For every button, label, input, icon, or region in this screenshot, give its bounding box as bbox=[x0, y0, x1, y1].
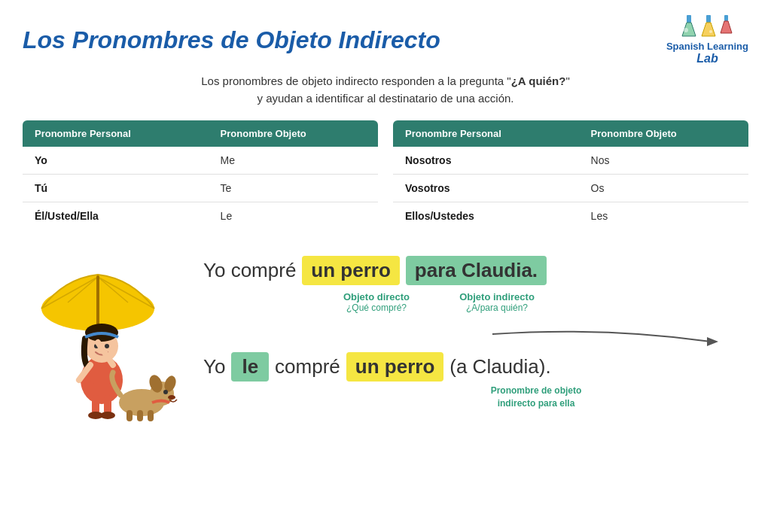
logo-icons bbox=[681, 15, 733, 39]
table-row: Él/Usted/EllaLe bbox=[23, 202, 378, 230]
table1-header-objeto: Pronombre Objeto bbox=[209, 120, 378, 147]
table1-personal-cell: Tú bbox=[23, 175, 209, 202]
sentence1-before: Yo compré bbox=[203, 259, 296, 282]
arrow-row bbox=[203, 327, 748, 349]
table-row: VosotrosOs bbox=[393, 175, 748, 202]
pronombre-label-line2: indirecto para ella bbox=[324, 397, 748, 410]
table2-personal-cell: Nosotros bbox=[393, 147, 579, 175]
table2-header-personal: Pronombre Personal bbox=[393, 120, 579, 147]
table1-personal-cell: Yo bbox=[23, 147, 209, 175]
flask1-icon bbox=[681, 15, 697, 39]
labels-row: Objeto directo ¿Qué compré? Objeto indir… bbox=[324, 291, 748, 313]
table1: Pronombre Personal Pronombre Objeto YoMe… bbox=[23, 120, 378, 230]
table2-objeto-cell: Nos bbox=[579, 147, 748, 175]
pronombre-label: Pronombre de objeto indirecto para ella bbox=[324, 385, 748, 410]
flask3-icon bbox=[720, 15, 733, 36]
subtitle-part1: Los pronombres de objeto indirecto respo… bbox=[201, 74, 510, 87]
example-section: Yo compré un perro para Claudia. Objeto … bbox=[23, 248, 748, 424]
subtitle-part2: " bbox=[565, 74, 569, 87]
sentence1-direct: un perro bbox=[302, 256, 399, 285]
logo-text-line2: Lab bbox=[696, 52, 718, 65]
logo-text-line1: Spanish Learning bbox=[666, 41, 748, 52]
label-direct-title: Objeto directo bbox=[324, 291, 429, 302]
svg-rect-8 bbox=[724, 15, 728, 21]
arrow-icon bbox=[485, 327, 726, 349]
logo: Spanish Learning Lab bbox=[666, 15, 748, 65]
svg-point-28 bbox=[100, 412, 115, 419]
illustration bbox=[23, 248, 188, 424]
sentence1: Yo compré un perro para Claudia. bbox=[203, 256, 748, 285]
svg-rect-0 bbox=[687, 15, 691, 23]
table-row: Ellos/UstedesLes bbox=[393, 202, 748, 230]
svg-rect-26 bbox=[104, 395, 111, 414]
subtitle-highlight: ¿A quién? bbox=[511, 74, 566, 87]
svg-rect-4 bbox=[706, 15, 711, 23]
page-title: Los Pronombres de Objeto Indirecto bbox=[23, 26, 440, 54]
table2-objeto-cell: Les bbox=[579, 202, 748, 230]
label-indirect: Objeto indirecto ¿A/para quién? bbox=[429, 291, 565, 313]
table1-objeto-cell: Me bbox=[209, 147, 378, 175]
table1-personal-cell: Él/Usted/Ella bbox=[23, 202, 209, 230]
sentence2-pronombre: le bbox=[231, 352, 269, 382]
sentence2: Yo le compré un perro (a Claudia). bbox=[203, 352, 748, 382]
svg-marker-38 bbox=[707, 337, 718, 346]
girl-with-umbrella-illustration bbox=[23, 248, 188, 421]
table-row: NosotrosNos bbox=[393, 147, 748, 175]
svg-point-3 bbox=[684, 28, 688, 32]
flask2-icon bbox=[700, 15, 717, 39]
svg-rect-35 bbox=[126, 410, 133, 421]
svg-point-22 bbox=[105, 344, 109, 348]
table-row: YoMe bbox=[23, 147, 378, 175]
svg-rect-37 bbox=[148, 410, 154, 421]
subtitle-part3: y ayudan a identificar al destinatario d… bbox=[257, 92, 513, 105]
label-direct-sub: ¿Qué compré? bbox=[324, 302, 429, 313]
label-indirect-title: Objeto indirecto bbox=[429, 291, 565, 302]
subtitle: Los pronombres de objeto indirecto respo… bbox=[23, 73, 748, 107]
table1-objeto-cell: Le bbox=[209, 202, 378, 230]
svg-rect-25 bbox=[92, 395, 99, 414]
table2-personal-cell: Ellos/Ustedes bbox=[393, 202, 579, 230]
sentence2-direct: un perro bbox=[346, 352, 443, 382]
svg-point-34 bbox=[168, 395, 175, 400]
sentence2-before: Yo bbox=[203, 355, 225, 378]
header: Los Pronombres de Objeto Indirecto bbox=[23, 15, 748, 65]
example-content: Yo compré un perro para Claudia. Objeto … bbox=[203, 248, 748, 410]
table1-objeto-cell: Te bbox=[209, 175, 378, 202]
tables-row: Pronombre Personal Pronombre Objeto YoMe… bbox=[23, 120, 748, 230]
table2-header-objeto: Pronombre Objeto bbox=[579, 120, 748, 147]
sentence2-after: (a Claudia). bbox=[449, 355, 550, 378]
table2-personal-cell: Vosotros bbox=[393, 175, 579, 202]
sentence1-indirect: para Claudia. bbox=[406, 256, 547, 285]
svg-point-33 bbox=[163, 390, 168, 394]
table2: Pronombre Personal Pronombre Objeto Noso… bbox=[393, 120, 748, 230]
table1-header-personal: Pronombre Personal bbox=[23, 120, 209, 147]
table2-objeto-cell: Os bbox=[579, 175, 748, 202]
label-indirect-sub: ¿A/para quién? bbox=[429, 302, 565, 313]
svg-point-7 bbox=[709, 30, 712, 33]
svg-rect-36 bbox=[137, 410, 143, 421]
table-row: TúTe bbox=[23, 175, 378, 202]
pronombre-label-line1: Pronombre de objeto bbox=[324, 385, 748, 397]
page: Los Pronombres de Objeto Indirecto bbox=[0, 0, 771, 532]
label-direct: Objeto directo ¿Qué compré? bbox=[324, 291, 429, 313]
sentence2-middle: compré bbox=[275, 355, 340, 378]
